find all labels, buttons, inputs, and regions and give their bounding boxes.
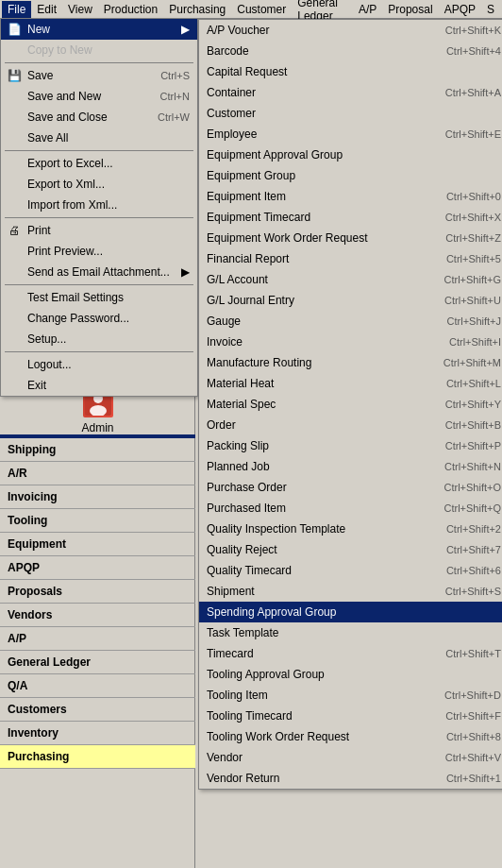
separator-5 xyxy=(5,351,193,352)
main-area: 📄 New ▶ Copy to New 💾 Save Ctrl+S Save a… xyxy=(0,19,502,868)
file-menu-exit[interactable]: Exit xyxy=(1,375,197,396)
new-sub-manufacture-routing[interactable]: Manufacture Routing Ctrl+Shift+M xyxy=(199,352,502,373)
new-sub-packing-slip[interactable]: Packing Slip Ctrl+Shift+P xyxy=(199,435,502,456)
menu-bar: File Edit View Production Purchasing Cus… xyxy=(0,0,502,19)
file-menu-print-preview[interactable]: Print Preview... xyxy=(1,241,197,262)
new-sub-planned-job[interactable]: Planned Job Ctrl+Shift+N xyxy=(199,456,502,477)
file-menu-import-xml[interactable]: Import from Xml... xyxy=(1,195,197,215)
separator-2 xyxy=(5,150,193,151)
file-menu-new[interactable]: 📄 New ▶ xyxy=(1,19,197,40)
sidebar-item-invoicing[interactable]: Invoicing xyxy=(0,485,195,509)
menu-view[interactable]: View xyxy=(62,1,98,18)
new-sub-barcode[interactable]: Barcode Ctrl+Shift+4 xyxy=(199,41,502,61)
file-menu-save-all[interactable]: Save All xyxy=(1,128,197,148)
new-sub-capital-request[interactable]: Capital Request xyxy=(199,61,502,82)
new-sub-spending-approval[interactable]: Spending Approval Group xyxy=(199,602,502,622)
sidebar-item-inventory[interactable]: Inventory xyxy=(0,722,195,745)
new-sub-container[interactable]: Container Ctrl+Shift+A xyxy=(199,82,502,103)
menu-file[interactable]: File xyxy=(2,1,31,18)
new-sub-shipment[interactable]: Shipment Ctrl+Shift+S xyxy=(199,581,502,602)
menu-purchasing[interactable]: Purchasing xyxy=(163,1,231,18)
arrow-icon: ▶ xyxy=(181,23,190,36)
sidebar: 📄 New ▶ Copy to New 💾 Save Ctrl+S Save a… xyxy=(0,19,195,868)
menu-proposal[interactable]: Proposal xyxy=(382,1,438,18)
sidebar-nav: Shipping A/R Invoicing Tooling Equipment… xyxy=(0,434,195,769)
new-sub-tooling-item[interactable]: Tooling Item Ctrl+Shift+D xyxy=(199,685,502,706)
new-sub-tooling-approval[interactable]: Tooling Approval Group xyxy=(199,664,502,685)
new-sub-vendor[interactable]: Vendor Ctrl+Shift+V xyxy=(199,747,502,768)
menu-production[interactable]: Production xyxy=(98,1,163,18)
new-sub-gauge[interactable]: Gauge Ctrl+Shift+J xyxy=(199,311,502,332)
new-sub-task-template[interactable]: Task Template xyxy=(199,622,502,643)
menu-customer[interactable]: Customer xyxy=(231,1,292,18)
save-icon: 💾 xyxy=(5,69,24,82)
new-sub-employee[interactable]: Employee Ctrl+Shift+E xyxy=(199,124,502,145)
file-menu-setup[interactable]: Setup... xyxy=(1,329,197,349)
separator-1 xyxy=(5,62,193,63)
menu-apqp[interactable]: APQP xyxy=(439,1,481,18)
new-sub-equipment-group[interactable]: Equipment Group xyxy=(199,165,502,186)
sidebar-item-ap[interactable]: A/P xyxy=(0,627,195,651)
file-menu-logout[interactable]: Logout... xyxy=(1,354,197,375)
file-menu-export-excel[interactable]: Export to Excel... xyxy=(1,153,197,174)
sidebar-item-shipping[interactable]: Shipping xyxy=(0,438,195,462)
new-sub-equipment-item[interactable]: Equipment Item Ctrl+Shift+0 xyxy=(199,186,502,207)
new-sub-invoice[interactable]: Invoice Ctrl+Shift+I xyxy=(199,332,502,352)
sidebar-item-purchasing[interactable]: Purchasing xyxy=(0,745,195,769)
new-sub-purchased-item[interactable]: Purchased Item Ctrl+Shift+Q xyxy=(199,498,502,519)
new-sub-quality-reject[interactable]: Quality Reject Ctrl+Shift+7 xyxy=(199,539,502,560)
new-sub-equipment-timecard[interactable]: Equipment Timecard Ctrl+Shift+X xyxy=(199,207,502,228)
file-menu-print[interactable]: 🖨 Print xyxy=(1,220,197,241)
file-menu-change-password[interactable]: Change Password... xyxy=(1,308,197,329)
file-menu-test-email[interactable]: Test Email Settings xyxy=(1,287,197,308)
new-sub-purchase-order[interactable]: Purchase Order Ctrl+Shift+O xyxy=(199,477,502,498)
print-icon: 🖨 xyxy=(5,224,24,237)
new-submenu: A/P Voucher Ctrl+Shift+K Barcode Ctrl+Sh… xyxy=(198,19,502,790)
menu-edit[interactable]: Edit xyxy=(31,1,62,18)
new-sub-financial-report[interactable]: Financial Report Ctrl+Shift+5 xyxy=(199,248,502,269)
sidebar-item-proposals[interactable]: Proposals xyxy=(0,580,195,604)
new-sub-tooling-timecard[interactable]: Tooling Timecard Ctrl+Shift+F xyxy=(199,706,502,726)
file-menu-export-xml[interactable]: Export to Xml... xyxy=(1,174,197,195)
sidebar-item-vendors[interactable]: Vendors xyxy=(0,604,195,627)
new-sub-equipment-work-order[interactable]: Equipment Work Order Request Ctrl+Shift+… xyxy=(199,228,502,248)
file-menu-save-close[interactable]: Save and Close Ctrl+W xyxy=(1,107,197,128)
new-sub-customer[interactable]: Customer xyxy=(199,103,502,124)
sidebar-item-equipment[interactable]: Equipment xyxy=(0,533,195,556)
sidebar-item-ar[interactable]: A/R xyxy=(0,462,195,485)
file-menu-save[interactable]: 💾 Save Ctrl+S xyxy=(1,65,197,86)
new-sub-material-heat[interactable]: Material Heat Ctrl+Shift+L xyxy=(199,373,502,394)
new-sub-gl-account[interactable]: G/L Account Ctrl+Shift+G xyxy=(199,269,502,290)
email-arrow-icon: ▶ xyxy=(181,265,190,279)
new-sub-timecard[interactable]: Timecard Ctrl+Shift+T xyxy=(199,643,502,664)
new-sub-quality-timecard[interactable]: Quality Timecard Ctrl+Shift+6 xyxy=(199,560,502,581)
sidebar-item-customers[interactable]: Customers xyxy=(0,698,195,722)
new-sub-equipment-approval-group[interactable]: Equipment Approval Group xyxy=(199,145,502,165)
new-sub-order[interactable]: Order Ctrl+Shift+B xyxy=(199,415,502,435)
sidebar-item-general-ledger[interactable]: General Ledger xyxy=(0,651,195,674)
admin-label: Admin xyxy=(81,421,113,434)
menu-s[interactable]: S xyxy=(481,1,500,18)
new-icon: 📄 xyxy=(5,23,24,36)
separator-3 xyxy=(5,217,193,218)
new-sub-vendor-return[interactable]: Vendor Return Ctrl+Shift+1 xyxy=(199,768,502,789)
file-menu-save-new[interactable]: Save and New Ctrl+N xyxy=(1,86,197,107)
sidebar-item-qa[interactable]: Q/A xyxy=(0,674,195,698)
file-menu-copy-to-new[interactable]: Copy to New xyxy=(1,40,197,60)
new-sub-gl-journal[interactable]: G/L Journal Entry Ctrl+Shift+U xyxy=(199,290,502,311)
new-sub-ap-voucher[interactable]: A/P Voucher Ctrl+Shift+K xyxy=(199,20,502,41)
new-sub-quality-inspection[interactable]: Quality Inspection Template Ctrl+Shift+2 xyxy=(199,519,502,539)
file-menu-send-email[interactable]: Send as Email Attachment... ▶ xyxy=(1,262,197,282)
new-sub-tooling-work-order[interactable]: Tooling Work Order Request Ctrl+Shift+8 xyxy=(199,726,502,747)
right-area: Customer A/P Voucher Ctrl+Shift+K Barcod… xyxy=(195,19,502,868)
sidebar-item-apqp[interactable]: APQP xyxy=(0,556,195,580)
menu-ap[interactable]: A/P xyxy=(353,1,382,18)
new-sub-material-spec[interactable]: Material Spec Ctrl+Shift+Y xyxy=(199,394,502,415)
sidebar-item-tooling[interactable]: Tooling xyxy=(0,509,195,533)
separator-4 xyxy=(5,284,193,285)
file-menu-dropdown: 📄 New ▶ Copy to New 💾 Save Ctrl+S Save a… xyxy=(0,19,198,397)
